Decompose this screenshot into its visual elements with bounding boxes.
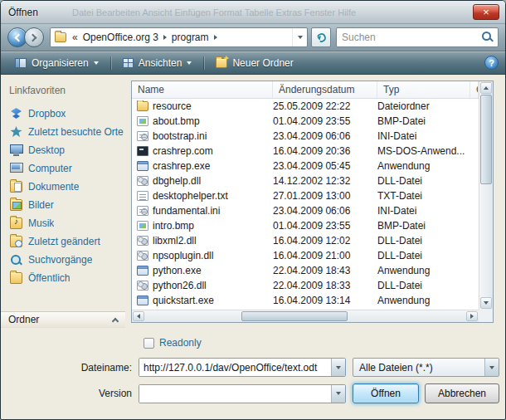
file-type: MS-DOS-Anwend... <box>377 145 470 157</box>
search-box[interactable] <box>336 27 499 47</box>
new-folder-label: Neuer Ordner <box>232 57 293 69</box>
file-row[interactable]: npsoplugin.dll 16.04.2009 21:00 DLL-Date… <box>132 248 479 263</box>
column-header[interactable]: G <box>470 81 479 98</box>
scroll-right-button[interactable] <box>466 311 478 321</box>
sidebar-item[interactable]: Desktop <box>1 141 125 159</box>
horizontal-scroll-thumb[interactable] <box>241 311 348 321</box>
file-row[interactable]: resource 25.05.2009 22:22 Dateiordner <box>132 99 479 114</box>
vertical-scrollbar[interactable] <box>479 81 493 310</box>
breadcrumb-truncation[interactable]: « <box>71 32 80 43</box>
column-header[interactable]: Name <box>132 81 273 98</box>
chevron-down-icon <box>187 61 192 65</box>
file-type: Anwendung <box>377 295 470 306</box>
filename-input[interactable] <box>139 359 331 376</box>
breadcrumb[interactable]: « OpenOffice.org 3 program <box>50 27 308 47</box>
dll-icon <box>137 236 148 246</box>
sidebar-item[interactable]: Bilder <box>1 196 125 214</box>
file-type: Anwendung <box>377 160 470 172</box>
folder-icon <box>55 32 66 42</box>
file-row[interactable]: dbghelp.dll 14.12.2002 12:32 DLL-Datei <box>132 173 479 188</box>
file-row[interactable]: python26.dll 22.04.2009 18:33 DLL-Datei <box>132 278 479 293</box>
open-button[interactable]: Öffnen <box>353 383 419 403</box>
column-header[interactable]: Änderungsdatum <box>273 81 377 98</box>
toolbar: Organisieren Ansichten Neuer Ordner ? <box>1 51 505 75</box>
scroll-up-button[interactable] <box>480 82 492 94</box>
file-row[interactable]: intro.bmp 01.04.2009 23:55 BMP-Datei <box>132 218 479 233</box>
scrollbar-corner <box>479 310 493 322</box>
help-button[interactable]: ? <box>484 56 499 70</box>
titlebar[interactable]: Datei Bearbeiten Ansicht Einfügen Format… <box>1 1 505 24</box>
recent-places-icon <box>10 126 22 138</box>
file-row[interactable]: python.exe 22.04.2009 18:43 Anwendung <box>132 263 479 278</box>
refresh-button[interactable] <box>311 27 331 47</box>
chevron-down-icon <box>298 36 303 39</box>
organize-button[interactable]: Organisieren <box>7 54 106 72</box>
exe-icon <box>137 266 148 276</box>
sidebar-item[interactable]: Musik <box>1 214 125 232</box>
recently-changed-icon <box>10 236 22 247</box>
folders-expander[interactable]: Ordner <box>1 311 125 328</box>
readonly-checkbox[interactable] <box>144 338 154 349</box>
filename-label: Dateiname: <box>6 362 139 374</box>
forward-button[interactable] <box>24 27 44 47</box>
organize-label: Organisieren <box>32 57 89 69</box>
dialog-footer: Readonly Dateiname: Alle Dateien (*.*) V… <box>1 328 505 419</box>
file-row[interactable]: about.bmp 01.04.2009 23:55 BMP-Datei <box>132 114 479 129</box>
breadcrumb-segment[interactable]: OpenOffice.org 3 <box>80 32 161 43</box>
horizontal-scrollbar[interactable] <box>132 310 479 322</box>
search-input[interactable] <box>337 32 482 43</box>
file-name: intro.bmp <box>153 220 194 232</box>
filename-dropdown-button[interactable] <box>331 359 345 376</box>
filename-combobox[interactable] <box>139 358 346 377</box>
vertical-scroll-thumb[interactable] <box>480 95 492 184</box>
new-folder-button[interactable]: Neuer Ordner <box>208 54 300 72</box>
sidebar-item-label: Öffentlich <box>28 272 70 284</box>
sidebar-item[interactable]: Öffentlich <box>1 269 125 287</box>
filetype-dropdown-button[interactable] <box>484 359 499 376</box>
file-row[interactable]: crashrep.exe 23.04.2009 05:45 Anwendung <box>132 159 479 173</box>
file-row[interactable]: fundamental.ini 23.04.2009 06:06 INI-Dat… <box>132 203 479 218</box>
file-row[interactable]: bootstrap.ini 23.04.2009 06:06 INI-Datei <box>132 129 479 144</box>
sidebar-item-label: Zuletzt besuchte Orte <box>28 126 124 138</box>
version-input[interactable] <box>139 385 331 403</box>
readonly-label[interactable]: Readonly <box>159 337 202 349</box>
scroll-down-button[interactable] <box>480 297 492 309</box>
views-label: Ansichten <box>139 57 182 69</box>
scroll-left-button[interactable] <box>133 311 144 321</box>
file-type: DLL-Datei <box>377 235 470 247</box>
file-type: TXT-Datei <box>377 190 470 202</box>
file-type: BMP-Datei <box>377 220 470 232</box>
filetype-select[interactable]: Alle Dateien (*.*) <box>353 358 499 377</box>
file-date: 16.04.2009 12:02 <box>273 235 377 247</box>
file-list-area: NameÄnderungsdatumTypG resource 25.05.20… <box>125 75 505 328</box>
sidebar-item[interactable]: Dropbox <box>1 105 125 123</box>
version-combobox[interactable] <box>139 384 346 403</box>
file-row[interactable]: desktophelper.txt 27.01.2009 13:00 TXT-D… <box>132 188 479 203</box>
sidebar-item[interactable]: Zuletzt besuchte Orte <box>1 123 125 141</box>
file-row[interactable]: libxml2.dll 16.04.2009 12:02 DLL-Datei <box>132 233 479 248</box>
file-name: resource <box>153 100 192 112</box>
sidebar-item[interactable]: Zuletzt geändert <box>1 232 125 251</box>
file-row[interactable]: crashrep.com 16.04.2009 20:36 MS-DOS-Anw… <box>132 144 479 159</box>
file-name: npsoplugin.dll <box>153 250 213 261</box>
file-date: 16.04.2009 13:14 <box>273 295 377 306</box>
exe-icon <box>137 295 148 305</box>
music-icon <box>10 217 22 229</box>
folder-icon <box>137 101 148 111</box>
forward-arrow-icon <box>29 33 37 42</box>
views-button[interactable]: Ansichten <box>115 54 200 72</box>
sidebar-item[interactable]: Dokumente <box>1 178 125 196</box>
breadcrumb-segment[interactable]: program <box>169 32 212 43</box>
sidebar-item[interactable]: Computer <box>1 159 125 178</box>
chevron-up-icon <box>112 317 119 324</box>
breadcrumb-dropdown-button[interactable] <box>292 28 307 46</box>
column-header-row: NameÄnderungsdatumTypG <box>132 81 479 99</box>
breadcrumb-separator-icon[interactable] <box>163 35 167 40</box>
version-dropdown-button[interactable] <box>331 385 345 403</box>
cancel-button[interactable]: Abbrechen <box>425 383 499 403</box>
column-header[interactable]: Typ <box>377 81 470 98</box>
breadcrumb-separator-icon[interactable] <box>214 35 217 40</box>
file-row[interactable]: quickstart.exe 16.04.2009 13:14 Anwendun… <box>132 293 479 308</box>
close-button[interactable]: × <box>473 4 499 20</box>
sidebar-item[interactable]: Suchvorgänge <box>1 251 125 269</box>
